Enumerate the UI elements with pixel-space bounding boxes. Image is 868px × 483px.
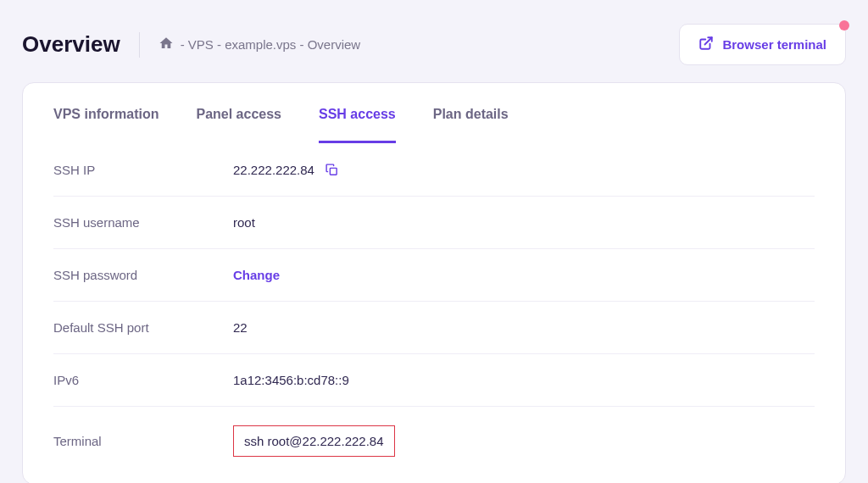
row-ssh-username: SSH username root [53,197,815,249]
terminal-label: Terminal [53,434,233,448]
ipv6-value: 1a12:3456:b:cd78::9 [233,373,349,387]
detail-rows: SSH IP 22.222.222.84 SSH username root S… [23,144,845,483]
svg-line-0 [705,37,712,44]
terminal-command-box[interactable]: ssh root@22.222.222.84 [233,425,395,457]
breadcrumb[interactable]: - VPS - example.vps - Overview [159,36,361,53]
ssh-ip-label: SSH IP [53,163,233,177]
ssh-username-value: root [233,215,255,230]
svg-rect-1 [330,168,337,175]
tab-ssh-access[interactable]: SSH access [319,83,396,143]
default-port-label: Default SSH port [53,320,233,335]
ssh-ip-value: 22.222.222.84 [233,163,314,177]
main-card: VPS information Panel access SSH access … [22,82,846,483]
ssh-ip-value-group: 22.222.222.84 [233,163,339,177]
tab-panel-access[interactable]: Panel access [196,83,281,143]
header-left: Overview - VPS - example.vps - Overview [22,31,360,58]
page-title: Overview [22,31,120,58]
copy-icon[interactable] [325,163,339,177]
browser-terminal-wrap: Browser terminal [679,24,846,65]
default-port-value: 22 [233,320,248,335]
browser-terminal-label: Browser terminal [722,37,826,52]
external-link-icon [698,36,714,53]
vertical-divider [139,32,140,58]
tab-vps-information[interactable]: VPS information [53,83,159,143]
breadcrumb-text: - VPS - example.vps - Overview [181,37,361,52]
row-default-ssh-port: Default SSH port 22 [53,302,815,354]
change-password-link[interactable]: Change [233,268,280,282]
row-ssh-password: SSH password Change [53,249,815,302]
row-terminal: Terminal ssh root@22.222.222.84 [53,407,815,475]
ssh-username-label: SSH username [53,215,233,230]
row-ssh-ip: SSH IP 22.222.222.84 [53,144,815,197]
ipv6-label: IPv6 [53,373,233,387]
tab-plan-details[interactable]: Plan details [433,83,509,143]
header-row: Overview - VPS - example.vps - Overview … [0,0,868,82]
notification-dot-icon [839,20,849,31]
row-ipv6: IPv6 1a12:3456:b:cd78::9 [53,354,815,407]
ssh-password-label: SSH password [53,268,233,282]
home-icon[interactable] [159,36,174,53]
browser-terminal-button[interactable]: Browser terminal [679,24,846,65]
tabs: VPS information Panel access SSH access … [23,83,845,144]
